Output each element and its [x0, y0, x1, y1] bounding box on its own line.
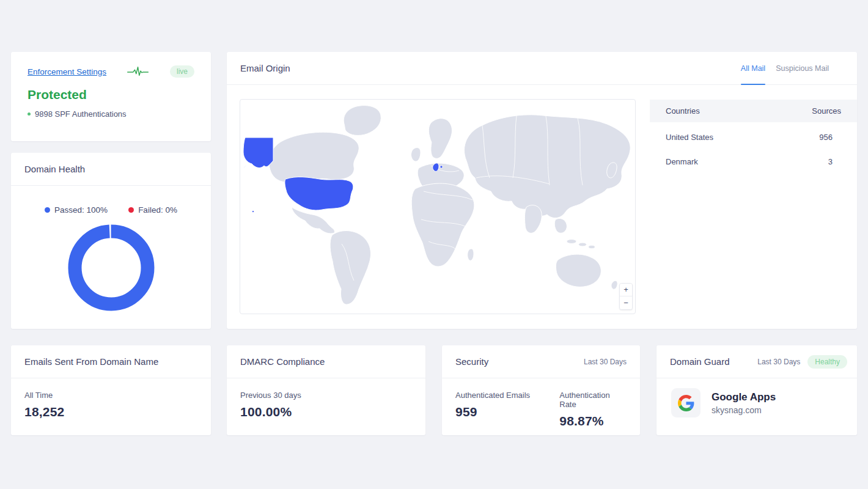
authentication-rate-value: 98.87% — [559, 414, 627, 428]
col-sources: Sources — [812, 106, 841, 116]
dmarc-compliance-card: DMARC Compliance Previous 30 days 100.00… — [227, 345, 425, 435]
healthy-badge: Healthy — [807, 355, 847, 369]
email-origin-title: Email Origin — [240, 63, 290, 73]
provider-domain: skysnag.com — [712, 405, 776, 415]
country-sources: 3 — [828, 157, 841, 166]
email-origin-card: Email Origin All Mail Suspicious Mail — [227, 52, 857, 329]
world-map[interactable] — [240, 100, 636, 314]
emails-sent-value: 18,252 — [24, 405, 197, 419]
map-zoom-controls: + − — [619, 283, 633, 310]
authenticated-emails-value: 959 — [455, 405, 559, 419]
world-map-container: + − — [240, 99, 636, 314]
region-alaska — [243, 138, 273, 169]
domain-health-card: Domain Health Passed: 100% Failed: 0% — [11, 153, 211, 329]
dmarc-label: Previous 30 days — [240, 391, 412, 400]
country-name: Denmark — [666, 157, 698, 166]
tab-suspicious-mail[interactable]: Suspicious Mail — [776, 52, 829, 84]
domain-health-donut-chart — [68, 224, 155, 311]
heartbeat-icon — [127, 65, 150, 78]
google-logo-icon — [678, 395, 694, 411]
legend-item-passed[interactable]: Passed: 100% — [45, 205, 108, 215]
mail-tabs: All Mail Suspicious Mail — [741, 52, 829, 84]
security-period: Last 30 Days — [584, 358, 627, 366]
passed-dot-icon — [45, 207, 50, 213]
country-name: United States — [666, 133, 713, 142]
spf-authentications-text: 9898 SPF Authentications — [35, 109, 127, 119]
live-badge: live — [170, 65, 194, 78]
failed-dot-icon — [128, 207, 134, 213]
domain-guard-title: Domain Guard — [670, 356, 730, 367]
dmarc-value: 100.00% — [240, 405, 412, 419]
tab-all-mail[interactable]: All Mail — [741, 52, 765, 84]
table-row: Denmark 3 — [650, 152, 857, 171]
country-sources: 956 — [819, 133, 841, 142]
authenticated-emails-label: Authenticated Emails — [455, 391, 559, 400]
provider-icon-tile — [671, 388, 701, 417]
legend-failed-label: Failed: 0% — [138, 205, 177, 215]
emails-sent-card: Emails Sent From Domain Name All Time 18… — [11, 345, 211, 435]
region-united-states — [285, 177, 353, 210]
donut-legend: Passed: 100% Failed: 0% — [11, 205, 211, 215]
domain-guard-card: Domain Guard Last 30 Days Healthy Google… — [657, 345, 857, 435]
domain-health-title: Domain Health — [24, 164, 85, 174]
enforcement-settings-link[interactable]: Enforcement Settings — [28, 67, 106, 76]
countries-table-header: Countries Sources — [650, 100, 857, 122]
protection-status: Protected — [28, 87, 194, 102]
table-row: United States 956 — [650, 127, 857, 147]
legend-passed-label: Passed: 100% — [54, 205, 108, 215]
map-zoom-in-button[interactable]: + — [620, 284, 632, 296]
domain-guard-period: Last 30 Days — [757, 358, 800, 366]
security-title: Security — [455, 356, 488, 367]
authentication-rate-label: Authentication Rate — [559, 391, 627, 409]
provider-name: Google Apps — [712, 391, 776, 403]
emails-sent-label: All Time — [24, 391, 197, 400]
emails-sent-title: Emails Sent From Domain Name — [24, 356, 158, 367]
dmarc-title: DMARC Compliance — [240, 356, 325, 367]
countries-table: Countries Sources United States 956 Denm… — [650, 100, 857, 171]
security-card: Security Last 30 Days Authenticated Emai… — [442, 345, 640, 435]
map-zoom-out-button[interactable]: − — [620, 296, 632, 309]
col-countries: Countries — [666, 106, 700, 116]
green-dot-icon — [28, 112, 31, 116]
legend-item-failed[interactable]: Failed: 0% — [128, 205, 177, 215]
enforcement-card: Enforcement Settings live Protected 9898… — [11, 52, 211, 141]
